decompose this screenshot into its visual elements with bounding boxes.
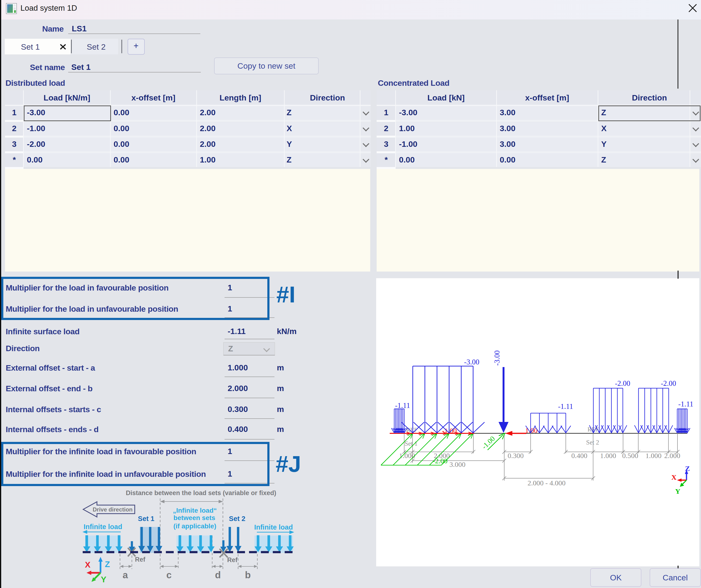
svg-text:b: b — [245, 570, 251, 580]
svg-text:between sets: between sets — [174, 514, 215, 522]
svg-text:2.000 - 4.000: 2.000 - 4.000 — [527, 479, 565, 487]
svg-text:Drive direction: Drive direction — [93, 506, 133, 513]
svg-text:Y: Y — [675, 487, 680, 495]
svg-text:Set 1: Set 1 — [138, 515, 154, 523]
svg-text:0.400: 0.400 — [571, 452, 588, 460]
svg-text:c: c — [166, 570, 172, 580]
svg-text:1.000: 1.000 — [399, 452, 415, 460]
svg-text:Z: Z — [105, 560, 110, 569]
svg-text:X: X — [85, 560, 90, 569]
svg-text:d: d — [215, 570, 221, 580]
svg-text:-2.00: -2.00 — [615, 379, 631, 387]
svg-text:3.000: 3.000 — [449, 461, 466, 468]
svg-text:a: a — [123, 570, 128, 580]
svg-text:2.000: 2.000 — [664, 452, 680, 460]
svg-text:-1.11: -1.11 — [395, 401, 410, 409]
svg-text:„Infinite load“: „Infinite load“ — [173, 507, 217, 514]
svg-text:0.300: 0.300 — [508, 452, 524, 460]
svg-text:Set 2: Set 2 — [586, 439, 599, 446]
svg-text:Ref: Ref — [135, 556, 146, 563]
svg-text:Infinite load: Infinite load — [254, 523, 293, 531]
svg-text:Infinite load: Infinite load — [84, 523, 123, 531]
svg-text:Ref: Ref — [227, 556, 238, 564]
svg-text:-2.00: -2.00 — [661, 379, 676, 387]
svg-text:1.000: 1.000 — [600, 452, 616, 460]
svg-text:-3.00: -3.00 — [493, 350, 501, 366]
svg-text:Set 1: Set 1 — [405, 440, 418, 447]
svg-text:Set 2: Set 2 — [229, 515, 245, 523]
svg-text:-1.11: -1.11 — [678, 400, 693, 408]
svg-text:Distance between the load sets: Distance between the load sets (variable… — [126, 490, 276, 497]
svg-text:Y: Y — [101, 575, 106, 584]
svg-text:Z: Z — [685, 465, 690, 472]
svg-text:X: X — [671, 473, 677, 481]
svg-text:-2.00: -2.00 — [433, 457, 448, 465]
svg-text:-1.11: -1.11 — [558, 402, 573, 410]
svg-text:(if applicable): (if applicable) — [174, 523, 216, 530]
svg-text:1.000: 1.000 — [645, 452, 662, 460]
svg-text:-3.00: -3.00 — [464, 358, 480, 366]
svg-text:0.500: 0.500 — [622, 452, 638, 460]
